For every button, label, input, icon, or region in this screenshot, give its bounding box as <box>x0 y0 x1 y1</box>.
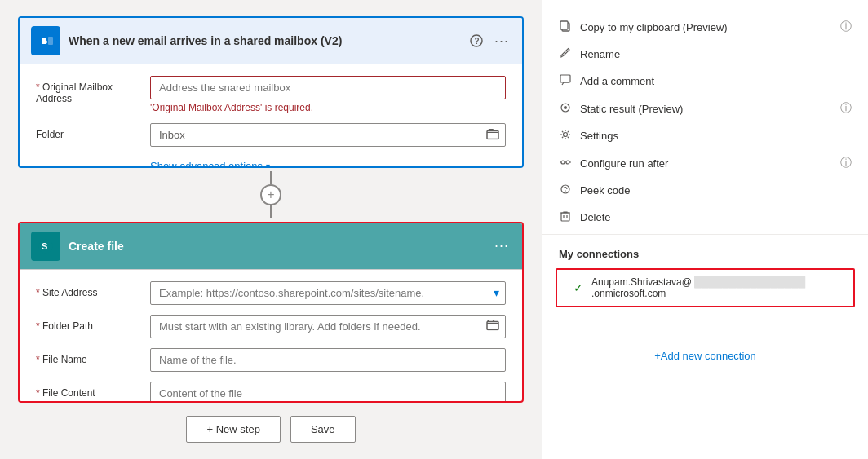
show-advanced-button[interactable]: Show advanced options ▾ <box>150 157 270 168</box>
folder-row: Folder <box>36 123 506 147</box>
peek-code-label: Peek code <box>580 184 852 196</box>
create-file-title: Create file <box>69 240 485 253</box>
svg-text:?: ? <box>474 37 479 46</box>
comment-label: Add a comment <box>580 75 852 87</box>
configure-run-info-icon: ⓘ <box>840 156 852 170</box>
trigger-header-actions: ? ··· <box>468 31 511 51</box>
connector: + <box>260 171 281 218</box>
mailbox-label: * Original Mailbox Address <box>36 76 142 104</box>
file-content-row: * File Content <box>36 382 506 403</box>
connections-title: My connections <box>542 238 868 265</box>
menu-item-rename[interactable]: Rename <box>542 41 868 68</box>
add-connection-label: +Add new connection <box>654 350 756 362</box>
bottom-actions: + New step Save <box>186 416 355 443</box>
folder-label: Folder <box>36 123 142 140</box>
right-panel: Copy to my clipboard (Preview) ⓘ Rename … <box>542 0 868 459</box>
site-address-input[interactable] <box>150 281 506 305</box>
svg-point-19 <box>565 190 565 191</box>
mailbox-error: 'Original Mailbox Address' is required. <box>150 102 506 113</box>
menu-item-copy[interactable]: Copy to my clipboard (Preview) ⓘ <box>542 13 868 41</box>
file-name-row: * File Name <box>36 348 506 372</box>
svg-rect-2 <box>48 37 53 45</box>
menu-item-static-result[interactable]: Static result (Preview) ⓘ <box>542 95 868 122</box>
create-file-body: * Site Address ▾ * Folder Path <box>20 270 522 403</box>
trigger-title: When a new email arrives in a shared mai… <box>69 34 460 47</box>
folder-input[interactable] <box>150 123 506 147</box>
trigger-card-body: * Original Mailbox Address 'Original Mai… <box>20 64 522 168</box>
create-file-header: S Create file ··· <box>20 223 522 270</box>
delete-label: Delete <box>580 211 852 223</box>
menu-item-settings[interactable]: Settings <box>542 122 868 149</box>
chevron-down-icon: ▾ <box>266 161 270 168</box>
svg-rect-20 <box>561 213 569 221</box>
settings-icon <box>559 129 572 143</box>
create-file-card: S Create file ··· * Site Address ▾ * <box>18 222 524 403</box>
mailbox-input[interactable] <box>150 76 506 99</box>
sharepoint-icon: S <box>31 232 60 261</box>
svg-rect-12 <box>560 75 570 82</box>
static-result-label: Static result (Preview) <box>580 103 832 115</box>
copy-icon <box>559 20 572 34</box>
mailbox-field: 'Original Mailbox Address' is required. <box>150 76 506 113</box>
svg-point-15 <box>564 133 568 137</box>
folder-path-label: * Folder Path <box>36 315 142 332</box>
site-address-wrapper: ▾ <box>150 281 506 305</box>
folder-path-row: * Folder Path <box>36 315 506 338</box>
trigger-more-button[interactable]: ··· <box>493 31 511 51</box>
left-panel: O When a new email arrives in a shared m… <box>0 0 542 459</box>
trigger-card: O When a new email arrives in a shared m… <box>18 16 524 168</box>
connection-check-icon: ✓ <box>574 281 583 294</box>
svg-point-18 <box>561 185 569 193</box>
static-result-info-icon: ⓘ <box>840 101 852 116</box>
rename-label: Rename <box>580 48 852 60</box>
connector-line-top <box>270 171 272 184</box>
menu-item-delete[interactable]: Delete <box>542 204 868 231</box>
connector-line-bottom <box>270 205 272 218</box>
new-step-button[interactable]: + New step <box>186 416 280 443</box>
trigger-card-header: O When a new email arrives in a shared m… <box>20 18 522 64</box>
configure-run-icon <box>559 157 572 170</box>
menu-divider <box>542 234 868 235</box>
connector-plus-button[interactable]: + <box>260 184 281 205</box>
static-result-icon <box>559 102 572 116</box>
copy-info-icon: ⓘ <box>840 20 852 34</box>
peek-code-icon <box>559 183 572 197</box>
menu-item-comment[interactable]: Add a comment <box>542 68 868 95</box>
file-name-input[interactable] <box>150 348 506 372</box>
svg-text:O: O <box>42 38 47 46</box>
svg-point-14 <box>564 106 567 109</box>
copy-label: Copy to my clipboard (Preview) <box>580 21 832 33</box>
menu-item-configure-run-after[interactable]: Configure run after ⓘ <box>542 149 868 177</box>
trigger-help-button[interactable]: ? <box>468 33 485 49</box>
configure-run-label: Configure run after <box>580 157 832 170</box>
add-connection-button[interactable]: +Add new connection <box>542 340 868 372</box>
folder-path-icon <box>486 320 499 333</box>
menu-item-peek-code[interactable]: Peek code <box>542 177 868 204</box>
save-button[interactable]: Save <box>290 416 356 443</box>
folder-path-input[interactable] <box>150 315 506 338</box>
delete-icon <box>559 210 572 224</box>
svg-rect-11 <box>560 21 568 29</box>
svg-text:S: S <box>42 241 47 251</box>
plus-icon: + <box>267 188 274 202</box>
outlook-icon: O <box>31 26 60 55</box>
file-name-label: * File Name <box>36 348 142 365</box>
site-address-label: * Site Address <box>36 281 142 298</box>
mailbox-row: * Original Mailbox Address 'Original Mai… <box>36 76 506 113</box>
file-content-input[interactable] <box>150 382 506 403</box>
svg-point-16 <box>561 161 565 164</box>
settings-label: Settings <box>580 130 852 142</box>
create-file-more-button[interactable]: ··· <box>493 236 511 256</box>
file-content-label: * File Content <box>36 382 142 399</box>
svg-point-17 <box>566 161 569 164</box>
show-advanced-label: Show advanced options <box>150 160 263 168</box>
connection-email: Anupam.Shrivastava@ ████████████████ .on… <box>591 276 837 299</box>
rename-icon <box>559 47 572 61</box>
site-address-row: * Site Address ▾ <box>36 281 506 305</box>
connection-item[interactable]: ✓ Anupam.Shrivastava@ ████████████████ .… <box>556 268 855 307</box>
folder-icon <box>486 128 499 142</box>
comment-icon <box>559 74 572 88</box>
